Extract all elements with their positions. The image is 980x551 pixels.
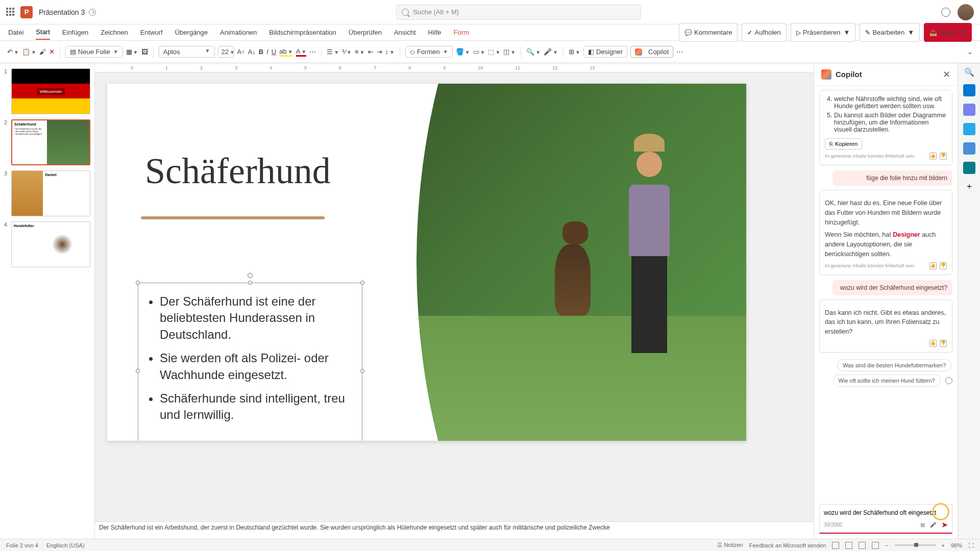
rail-app-icon[interactable] — [963, 104, 975, 116]
bold-button[interactable]: B — [259, 48, 263, 56]
font-size-select[interactable]: 22▼ — [218, 46, 234, 58]
tab-einfuegen[interactable]: Einfügen — [62, 26, 88, 39]
designer-button[interactable]: ◧ Designer — [583, 46, 627, 58]
bearbeiten-button[interactable]: ✎ Bearbeiten ▼ — [860, 23, 920, 42]
slide-thumb-4[interactable]: Hundefutter — [11, 221, 90, 267]
increase-indent-button[interactable]: ⇥ — [377, 48, 382, 56]
thumbs-down-icon[interactable]: 👎 — [940, 340, 947, 347]
bullet-item[interactable]: Schäferhunde sind intelligent, treu und … — [160, 390, 350, 423]
aufholen-button[interactable]: ✓ Aufholen — [742, 23, 786, 42]
language-status[interactable]: Englisch (USA) — [46, 542, 85, 548]
slide-counter[interactable]: Folie 2 von 4 — [6, 542, 38, 548]
tab-datei[interactable]: Datei — [8, 26, 23, 39]
slideshow-view-icon[interactable] — [872, 542, 879, 549]
copilot-toolbar-button[interactable]: Copilot — [630, 46, 673, 58]
thumbs-up-icon[interactable]: 👍 — [929, 340, 937, 347]
tab-entwurf[interactable]: Entwurf — [140, 26, 163, 39]
bullet-item[interactable]: Sie werden oft als Polizei- oder Wachhun… — [160, 350, 350, 383]
document-name[interactable]: Präsentation 3 — [39, 8, 85, 16]
line-spacing-button[interactable]: ↕▼ — [385, 48, 395, 56]
tab-ansicht[interactable]: Ansicht — [394, 26, 416, 39]
collapse-ribbon-button[interactable]: ⌄ — [967, 48, 973, 56]
neue-folie-button[interactable]: ▤ Neue Folie▼ — [65, 46, 123, 58]
autosave-icon[interactable] — [89, 9, 96, 16]
mic-icon[interactable]: 🎤 — [930, 522, 936, 528]
slide-thumb-3[interactable]: Dackel — [11, 170, 90, 216]
bullet-item[interactable]: Der Schäferhund ist eine der beliebteste… — [160, 293, 350, 343]
undo-button[interactable]: ↶▼ — [7, 48, 19, 56]
tab-uebergaenge[interactable]: Übergänge — [175, 26, 208, 39]
zoom-in-button[interactable]: + — [942, 542, 945, 548]
decrease-indent-button[interactable]: ⇤ — [368, 48, 374, 56]
thumbs-up-icon[interactable]: 👍 — [929, 153, 937, 160]
feedback-link[interactable]: Feedback an Microsoft senden — [749, 542, 826, 548]
praesentieren-button[interactable]: ▷ Präsentieren ▼ — [791, 23, 856, 42]
underline-button[interactable]: U — [272, 48, 276, 56]
tab-bildschirm[interactable]: Bildschirmpräsentation — [269, 26, 336, 39]
notizen-toggle[interactable]: ☰ Notizen — [717, 542, 743, 548]
slide-bg-button[interactable]: 🖼 — [141, 48, 148, 56]
send-icon[interactable]: ➤ — [941, 520, 948, 530]
rail-app-icon[interactable] — [963, 142, 975, 155]
tab-form[interactable]: Form — [454, 26, 469, 39]
highlight-button[interactable]: ab▼ — [279, 47, 292, 57]
rail-app-icon[interactable] — [963, 123, 975, 135]
align-button[interactable]: ≡▼ — [355, 48, 365, 56]
rail-app-icon[interactable] — [963, 162, 975, 174]
resize-handle[interactable] — [360, 281, 364, 285]
delete-button[interactable]: ✕ — [49, 48, 55, 56]
resize-handle[interactable] — [248, 281, 252, 285]
arrange-button[interactable]: ⬚▼ — [488, 48, 500, 56]
zoom-out-button[interactable]: − — [885, 542, 888, 548]
copy-button[interactable]: ⎘ Kopieren — [825, 138, 862, 149]
formen-button[interactable]: ◇ Formen▼ — [405, 46, 453, 58]
normal-view-icon[interactable] — [832, 542, 839, 549]
shape-fill-button[interactable]: 🪣▼ — [456, 48, 470, 56]
layout-button[interactable]: ▦▼ — [126, 48, 138, 56]
sorter-view-icon[interactable] — [845, 542, 852, 549]
rail-app-icon[interactable] — [963, 84, 975, 96]
thumbs-up-icon[interactable]: 👍 — [929, 262, 937, 269]
copilot-suggestion[interactable]: Wie oft sollte ich meinen Hund füttern? — [833, 374, 941, 387]
tab-zeichnen[interactable]: Zeichnen — [101, 26, 128, 39]
resize-handle[interactable] — [136, 281, 140, 285]
tab-animationen[interactable]: Animationen — [220, 26, 257, 39]
tab-start[interactable]: Start — [36, 25, 50, 40]
rail-search-icon[interactable]: 🔍 — [964, 67, 974, 77]
fit-to-window-button[interactable]: ⛶ — [968, 542, 974, 548]
quick-styles-button[interactable]: ◫▼ — [503, 48, 516, 56]
table-button[interactable]: ⊞▼ — [569, 48, 580, 56]
format-painter-button[interactable]: 🖌 — [39, 48, 46, 56]
slide-thumb-2[interactable]: Schäferhund• Der Schäferhund ist eine de… — [11, 119, 90, 165]
decrease-font-button[interactable]: A↓ — [248, 48, 256, 56]
increase-font-button[interactable]: A↑ — [237, 48, 245, 56]
slide-title[interactable]: Schäferhund — [145, 150, 331, 192]
more-font-button[interactable]: ⋯ — [309, 48, 316, 56]
bullets-button[interactable]: ☰▼ — [327, 48, 339, 56]
app-launcher-icon[interactable] — [6, 8, 15, 17]
copilot-suggestion[interactable]: Was sind die besten Hundefuttermarken? — [837, 359, 951, 371]
paste-button[interactable]: 📋▼ — [22, 48, 36, 56]
zoom-level[interactable]: 98% — [951, 542, 962, 548]
search-input[interactable]: Suche (Alt + M) — [396, 5, 641, 20]
thumbs-down-icon[interactable]: 👎 — [940, 153, 947, 160]
speaker-notes[interactable]: Der Schäferhund ist ein Arbeitshund, der… — [95, 521, 814, 539]
settings-icon[interactable] — [941, 8, 950, 17]
attach-icon[interactable]: ▦ — [920, 522, 925, 528]
slide-canvas[interactable]: Schäferhund Der Schäferhund ist eine der… — [107, 84, 746, 441]
thumbs-down-icon[interactable]: 👎 — [940, 262, 947, 269]
kommentare-button[interactable]: 💬 Kommentare — [679, 23, 738, 42]
user-avatar[interactable] — [958, 4, 974, 20]
resize-handle[interactable] — [136, 369, 140, 373]
refresh-suggestions-icon[interactable] — [945, 377, 952, 384]
find-button[interactable]: 🔍▼ — [526, 48, 541, 56]
rotate-handle[interactable] — [248, 273, 253, 278]
shape-outline-button[interactable]: ▭▼ — [473, 48, 485, 56]
tab-hilfe[interactable]: Hilfe — [428, 26, 442, 39]
zoom-slider[interactable] — [895, 544, 936, 546]
copilot-input[interactable] — [824, 509, 948, 516]
italic-button[interactable]: I — [266, 48, 268, 56]
font-color-button[interactable]: A▼ — [296, 47, 307, 57]
font-family-select[interactable]: Aptos ▼ — [159, 46, 215, 58]
numbering-button[interactable]: ⅟▼ — [342, 48, 352, 56]
